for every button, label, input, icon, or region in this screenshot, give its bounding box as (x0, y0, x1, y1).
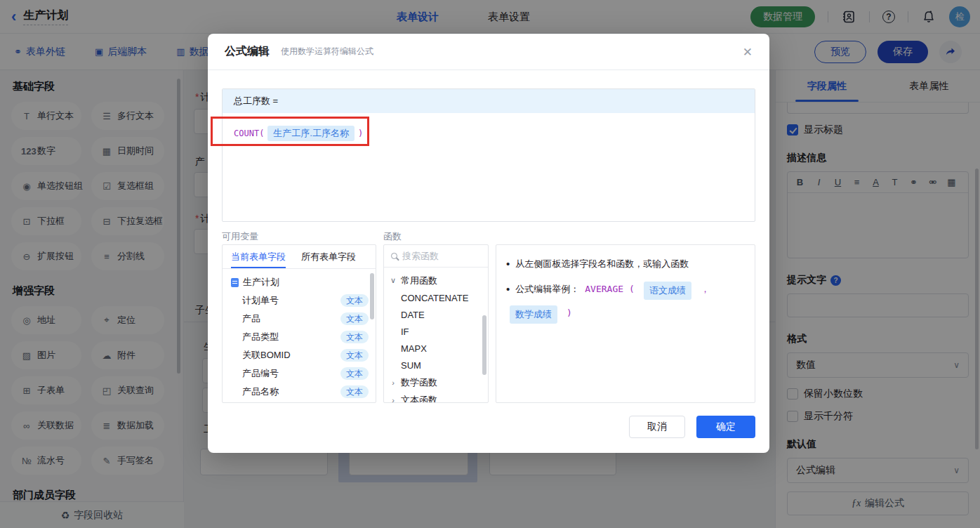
example-chip: 语文成绩 (644, 282, 691, 300)
chevron-right-icon: › (390, 396, 397, 404)
function-item[interactable]: MAPX (384, 340, 488, 357)
variable-name: 计划单号 (242, 294, 279, 307)
chevron-right-icon: › (390, 378, 397, 387)
variable-row[interactable]: 文本 (223, 401, 376, 403)
help-text: 从左侧面板选择字段名和函数，或输入函数 (515, 256, 689, 272)
formula-target: 总工序数 = (223, 89, 755, 113)
open-paren: ( (629, 282, 635, 297)
function-group-label: 数学函数 (401, 376, 437, 389)
app-root: ‹ 生产计划 表单设计 表单设置 数据管理 ? 检 ⚭ 表单外链 ▣ (0, 0, 980, 528)
function-group-math[interactable]: › 数学函数 (384, 374, 488, 391)
variable-name: 产品类型 (242, 331, 279, 343)
function-search-input[interactable] (402, 251, 472, 261)
variable-row[interactable]: 产品文本 (223, 310, 376, 328)
functions-panel: ∨ 常用函数 CONCATENATE DATE IF MAPX SUM › 数学… (383, 244, 489, 403)
help-line-2: • 公式编辑举例： AVERAGE ( 语文成绩 ， 数学成绩 ) (506, 282, 745, 324)
formula-editor[interactable]: 总工序数 = COUNT ( 生产工序.工序名称 ) (222, 88, 755, 222)
variables-tree: 生产计划 计划单号文本 产品文本 产品类型文本 关联BOMID文本 产品编号文本… (223, 269, 376, 403)
variable-row[interactable]: 产品编号文本 (223, 364, 376, 383)
variable-row[interactable]: 计划单号文本 (223, 291, 376, 310)
chevron-down-icon: ∨ (390, 276, 397, 285)
help-line-1: • 从左侧面板选择字段名和函数，或输入函数 (506, 256, 745, 272)
function-item[interactable]: IF (384, 323, 488, 340)
example-chip: 数学成绩 (510, 305, 557, 324)
modal-footer: 取消 确定 (629, 416, 755, 438)
example-function-name: AVERAGE (585, 282, 623, 297)
variable-row[interactable]: 产品类型文本 (223, 328, 376, 346)
type-badge: 文本 (340, 312, 369, 325)
variable-name: 关联BOMID (242, 349, 291, 362)
search-icon (391, 253, 397, 259)
modal-title: 公式编辑 (225, 44, 270, 59)
variables-tabs: 当前表单字段 所有表单字段 (223, 245, 376, 269)
variable-row[interactable]: 产品名称文本 (223, 383, 376, 401)
modal-subtitle: 使用数学运算符编辑公式 (281, 46, 373, 58)
function-item[interactable]: CONCATENATE (384, 289, 488, 306)
function-group-label: 常用函数 (401, 275, 437, 287)
tab-current-form-fields[interactable]: 当前表单字段 (231, 245, 286, 268)
close-icon[interactable]: ✕ (743, 45, 753, 60)
formula-expression[interactable]: COUNT ( 生产工序.工序名称 ) (223, 113, 755, 141)
modal-header: 公式编辑 使用数学运算符编辑公式 ✕ (208, 34, 769, 70)
tree-root-label: 生产计划 (243, 276, 279, 289)
function-group-text[interactable]: › 文本函数 (384, 391, 488, 403)
type-badge: 文本 (340, 349, 369, 362)
close-paren: ) (358, 128, 363, 138)
confirm-button[interactable]: 确定 (696, 416, 755, 438)
tab-all-form-fields[interactable]: 所有表单字段 (301, 245, 356, 268)
variable-name: 产品名称 (242, 385, 279, 398)
tree-root-form[interactable]: 生产计划 (223, 273, 376, 291)
variable-row[interactable]: 关联BOMID文本 (223, 346, 376, 364)
function-name: COUNT (234, 128, 259, 138)
variable-name: 产品 (242, 312, 260, 325)
function-item[interactable]: SUM (384, 357, 488, 374)
function-item[interactable]: DATE (384, 306, 488, 323)
field-chip[interactable]: 生产工序.工序名称 (267, 126, 355, 141)
function-search[interactable] (384, 245, 488, 268)
help-example-prefix: 公式编辑举例： (515, 282, 579, 297)
bullet-icon: • (506, 282, 510, 297)
cancel-button[interactable]: 取消 (629, 416, 685, 438)
variables-label: 可用变量 (222, 230, 258, 243)
function-group-label: 文本函数 (401, 394, 437, 404)
functions-scrollbar[interactable] (482, 315, 486, 375)
document-icon (231, 278, 239, 287)
close-paren: ) (567, 305, 572, 321)
open-paren: ( (259, 128, 264, 138)
functions-label: 函数 (383, 230, 402, 243)
formula-help-panel: • 从左侧面板选择字段名和函数，或输入函数 • 公式编辑举例： AVERAGE … (496, 244, 755, 403)
type-badge: 文本 (340, 331, 369, 343)
formula-edit-modal: 公式编辑 使用数学运算符编辑公式 ✕ 总工序数 = COUNT ( 生产工序.工… (208, 34, 769, 453)
function-group-common[interactable]: ∨ 常用函数 (384, 272, 488, 289)
bullet-icon: • (506, 256, 510, 272)
comma: ， (701, 282, 710, 297)
type-badge: 文本 (340, 294, 369, 307)
variables-scrollbar[interactable] (370, 273, 374, 319)
type-badge: 文本 (340, 367, 369, 380)
variables-panel: 当前表单字段 所有表单字段 生产计划 计划单号文本 产品文本 产品类型文本 关联… (222, 244, 376, 403)
type-badge: 文本 (340, 385, 369, 398)
variable-name: 产品编号 (242, 367, 279, 380)
